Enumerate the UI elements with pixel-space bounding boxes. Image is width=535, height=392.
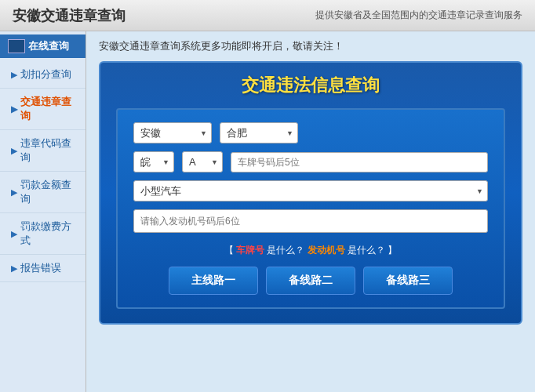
form-inner: 安徽 合肥 皖 [116,108,505,309]
province-select[interactable]: 安徽 [133,122,212,143]
sidebar-item-report[interactable]: ▶ 报告错误 [0,255,86,282]
content-area: 安徽交通违章查询系统更多功能即将开启，敬请关注！ 交通违法信息查询 安徽 合肥 [86,31,535,392]
query-box: 交通违法信息查询 安徽 合肥 [99,61,522,325]
query-title: 交通违法信息查询 [116,74,505,97]
help-row: 【 车牌号 是什么？ 发动机号 是什么？ 】 [133,244,488,257]
plate-row: 皖 A [133,151,488,172]
plate-prefix2-wrapper[interactable]: A [182,151,223,172]
city-select[interactable]: 合肥 [220,122,298,143]
sidebar-item-label: 罚款金额查询 [20,178,78,206]
plate-prefix1-wrapper[interactable]: 皖 [133,151,174,172]
city-select-wrapper[interactable]: 合肥 [220,122,298,143]
engine-row [133,209,488,238]
cartype-row: 小型汽车 [133,180,488,201]
help-suffix: 】 [388,245,397,256]
help-prefix: 【 [224,245,234,256]
arrow-icon: ▶ [11,229,17,239]
notice-text: 安徽交通违章查询系统更多功能即将开启，敬请关注！ [99,39,522,53]
help-mid2: 是什么？ [348,245,385,256]
sidebar: 在线查询 ▶ 划扣分查询 ▶ 交通违章查询 ▶ 违章代码查询 ▶ 罚款金额查询 … [0,31,86,392]
arrow-icon: ▶ [11,70,17,80]
header-title: 安徽交通违章查询 [13,6,126,25]
online-icon [8,39,25,53]
arrow-icon: ▶ [11,146,17,156]
sidebar-item-label: 交通违章查询 [20,95,78,123]
sidebar-item-label: 划扣分查询 [20,67,71,82]
help-mid1: 是什么？ [267,245,304,256]
plate-number-input[interactable] [231,152,488,172]
arrow-icon: ▶ [11,187,17,198]
sidebar-item-pay[interactable]: ▶ 罚款缴费方式 [0,213,86,255]
btn-row: 主线路一 备线路二 备线路三 [133,267,488,295]
engine-help-link[interactable]: 发动机号 [308,245,345,256]
main-route-button[interactable]: 主线路一 [169,267,258,295]
cartype-select-wrapper[interactable]: 小型汽车 [133,180,488,201]
sidebar-item-code[interactable]: ▶ 违章代码查询 [0,130,86,172]
sidebar-item-label: 报告错误 [20,261,61,275]
province-select-wrapper[interactable]: 安徽 [133,122,212,143]
cartype-select[interactable]: 小型汽车 [133,180,488,201]
arrow-icon: ▶ [11,104,17,114]
main-layout: 在线查询 ▶ 划扣分查询 ▶ 交通违章查询 ▶ 违章代码查询 ▶ 罚款金额查询 … [0,31,535,392]
sidebar-online-label: 在线查询 [28,39,69,53]
plate-prefix2-select[interactable]: A [182,151,223,172]
arrow-icon: ▶ [11,263,17,274]
sidebar-item-label: 违章代码查询 [20,136,78,165]
backup-route1-button[interactable]: 备线路二 [266,267,355,295]
sidebar-item-fine[interactable]: ▶ 罚款金额查询 [0,172,86,213]
sidebar-online-section: 在线查询 [0,34,86,58]
header-subtitle: 提供安徽省及全国范围内的交通违章记录查询服务 [315,9,522,22]
sidebar-item-deduct[interactable]: ▶ 划扣分查询 [0,61,86,89]
header: 安徽交通违章查询 提供安徽省及全国范围内的交通违章记录查询服务 [0,0,535,31]
sidebar-item-label: 罚款缴费方式 [20,220,78,248]
engine-input[interactable] [133,209,488,233]
plate-prefix1-select[interactable]: 皖 [133,151,174,172]
backup-route2-button[interactable]: 备线路三 [363,267,453,295]
plate-help-link[interactable]: 车牌号 [236,245,264,256]
province-city-row: 安徽 合肥 [133,122,488,143]
sidebar-item-traffic[interactable]: ▶ 交通违章查询 [0,89,86,130]
